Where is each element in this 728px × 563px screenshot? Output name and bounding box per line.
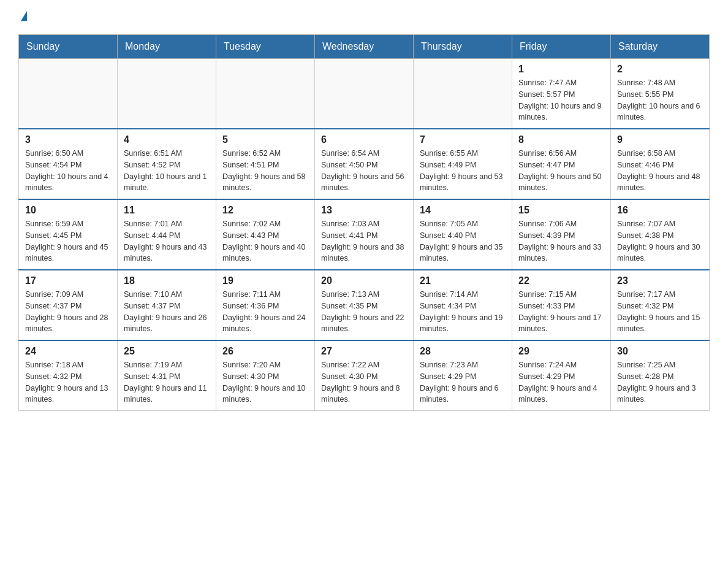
calendar-cell: 5Sunrise: 6:52 AM Sunset: 4:51 PM Daylig… <box>216 129 315 199</box>
calendar: SundayMondayTuesdayWednesdayThursdayFrid… <box>18 34 710 411</box>
day-number: 11 <box>124 205 210 216</box>
header-friday: Friday <box>512 35 611 59</box>
calendar-cell: 29Sunrise: 7:24 AM Sunset: 4:29 PM Dayli… <box>512 340 611 411</box>
calendar-cell <box>19 59 118 129</box>
calendar-cell <box>118 59 216 129</box>
day-number: 5 <box>222 134 308 145</box>
calendar-cell: 21Sunrise: 7:14 AM Sunset: 4:34 PM Dayli… <box>414 270 512 340</box>
logo <box>18 12 27 22</box>
calendar-cell: 16Sunrise: 7:07 AM Sunset: 4:38 PM Dayli… <box>611 199 710 270</box>
day-number: 10 <box>25 205 111 216</box>
day-info: Sunrise: 6:54 AM Sunset: 4:50 PM Dayligh… <box>321 148 407 194</box>
day-number: 2 <box>617 64 703 75</box>
day-number: 3 <box>25 134 111 145</box>
day-info: Sunrise: 7:11 AM Sunset: 4:36 PM Dayligh… <box>222 289 308 335</box>
day-number: 30 <box>617 346 703 357</box>
day-number: 12 <box>222 205 308 216</box>
calendar-week-3: 10Sunrise: 6:59 AM Sunset: 4:45 PM Dayli… <box>19 199 710 270</box>
day-info: Sunrise: 7:01 AM Sunset: 4:44 PM Dayligh… <box>124 218 210 264</box>
calendar-cell <box>216 59 315 129</box>
day-number: 20 <box>321 275 407 286</box>
day-number: 26 <box>222 346 308 357</box>
calendar-week-4: 17Sunrise: 7:09 AM Sunset: 4:37 PM Dayli… <box>19 270 710 340</box>
day-info: Sunrise: 7:25 AM Sunset: 4:28 PM Dayligh… <box>617 359 703 405</box>
day-info: Sunrise: 7:02 AM Sunset: 4:43 PM Dayligh… <box>222 218 308 264</box>
calendar-cell: 27Sunrise: 7:22 AM Sunset: 4:30 PM Dayli… <box>315 340 414 411</box>
day-info: Sunrise: 7:24 AM Sunset: 4:29 PM Dayligh… <box>518 359 604 405</box>
calendar-cell: 12Sunrise: 7:02 AM Sunset: 4:43 PM Dayli… <box>216 199 315 270</box>
calendar-cell: 10Sunrise: 6:59 AM Sunset: 4:45 PM Dayli… <box>19 199 118 270</box>
day-info: Sunrise: 7:09 AM Sunset: 4:37 PM Dayligh… <box>25 289 111 335</box>
day-number: 22 <box>518 275 604 286</box>
calendar-header-row: SundayMondayTuesdayWednesdayThursdayFrid… <box>19 35 710 59</box>
day-info: Sunrise: 7:06 AM Sunset: 4:39 PM Dayligh… <box>518 218 604 264</box>
day-info: Sunrise: 6:55 AM Sunset: 4:49 PM Dayligh… <box>420 148 506 194</box>
calendar-cell: 26Sunrise: 7:20 AM Sunset: 4:30 PM Dayli… <box>216 340 315 411</box>
day-info: Sunrise: 7:03 AM Sunset: 4:41 PM Dayligh… <box>321 218 407 264</box>
day-number: 4 <box>124 134 210 145</box>
day-number: 7 <box>420 134 506 145</box>
day-info: Sunrise: 6:56 AM Sunset: 4:47 PM Dayligh… <box>518 148 604 194</box>
header-thursday: Thursday <box>414 35 512 59</box>
day-info: Sunrise: 7:07 AM Sunset: 4:38 PM Dayligh… <box>617 218 703 264</box>
day-info: Sunrise: 6:58 AM Sunset: 4:46 PM Dayligh… <box>617 148 703 194</box>
header <box>18 12 710 22</box>
day-info: Sunrise: 7:19 AM Sunset: 4:31 PM Dayligh… <box>124 359 210 405</box>
calendar-week-2: 3Sunrise: 6:50 AM Sunset: 4:54 PM Daylig… <box>19 129 710 199</box>
day-info: Sunrise: 7:17 AM Sunset: 4:32 PM Dayligh… <box>617 289 703 335</box>
day-number: 25 <box>124 346 210 357</box>
logo-triangle-icon <box>21 11 27 21</box>
calendar-cell <box>315 59 414 129</box>
day-number: 14 <box>420 205 506 216</box>
day-number: 29 <box>518 346 604 357</box>
calendar-cell: 9Sunrise: 6:58 AM Sunset: 4:46 PM Daylig… <box>611 129 710 199</box>
calendar-cell: 23Sunrise: 7:17 AM Sunset: 4:32 PM Dayli… <box>611 270 710 340</box>
calendar-cell: 8Sunrise: 6:56 AM Sunset: 4:47 PM Daylig… <box>512 129 611 199</box>
header-sunday: Sunday <box>19 35 118 59</box>
calendar-cell: 30Sunrise: 7:25 AM Sunset: 4:28 PM Dayli… <box>611 340 710 411</box>
calendar-cell: 18Sunrise: 7:10 AM Sunset: 4:37 PM Dayli… <box>118 270 216 340</box>
calendar-cell: 11Sunrise: 7:01 AM Sunset: 4:44 PM Dayli… <box>118 199 216 270</box>
header-tuesday: Tuesday <box>216 35 315 59</box>
calendar-cell: 13Sunrise: 7:03 AM Sunset: 4:41 PM Dayli… <box>315 199 414 270</box>
day-number: 9 <box>617 134 703 145</box>
day-info: Sunrise: 7:48 AM Sunset: 5:55 PM Dayligh… <box>617 77 703 123</box>
calendar-cell: 6Sunrise: 6:54 AM Sunset: 4:50 PM Daylig… <box>315 129 414 199</box>
day-number: 23 <box>617 275 703 286</box>
day-number: 27 <box>321 346 407 357</box>
day-number: 21 <box>420 275 506 286</box>
day-info: Sunrise: 7:18 AM Sunset: 4:32 PM Dayligh… <box>25 359 111 405</box>
day-info: Sunrise: 7:20 AM Sunset: 4:30 PM Dayligh… <box>222 359 308 405</box>
day-info: Sunrise: 6:52 AM Sunset: 4:51 PM Dayligh… <box>222 148 308 194</box>
calendar-cell: 1Sunrise: 7:47 AM Sunset: 5:57 PM Daylig… <box>512 59 611 129</box>
calendar-cell: 17Sunrise: 7:09 AM Sunset: 4:37 PM Dayli… <box>19 270 118 340</box>
day-info: Sunrise: 6:59 AM Sunset: 4:45 PM Dayligh… <box>25 218 111 264</box>
calendar-cell <box>414 59 512 129</box>
day-info: Sunrise: 7:14 AM Sunset: 4:34 PM Dayligh… <box>420 289 506 335</box>
day-number: 17 <box>25 275 111 286</box>
day-info: Sunrise: 6:50 AM Sunset: 4:54 PM Dayligh… <box>25 148 111 194</box>
calendar-cell: 7Sunrise: 6:55 AM Sunset: 4:49 PM Daylig… <box>414 129 512 199</box>
calendar-cell: 19Sunrise: 7:11 AM Sunset: 4:36 PM Dayli… <box>216 270 315 340</box>
day-number: 1 <box>518 64 604 75</box>
day-number: 13 <box>321 205 407 216</box>
calendar-cell: 22Sunrise: 7:15 AM Sunset: 4:33 PM Dayli… <box>512 270 611 340</box>
day-info: Sunrise: 7:15 AM Sunset: 4:33 PM Dayligh… <box>518 289 604 335</box>
day-info: Sunrise: 7:10 AM Sunset: 4:37 PM Dayligh… <box>124 289 210 335</box>
day-info: Sunrise: 7:13 AM Sunset: 4:35 PM Dayligh… <box>321 289 407 335</box>
day-info: Sunrise: 7:22 AM Sunset: 4:30 PM Dayligh… <box>321 359 407 405</box>
day-info: Sunrise: 7:05 AM Sunset: 4:40 PM Dayligh… <box>420 218 506 264</box>
calendar-cell: 28Sunrise: 7:23 AM Sunset: 4:29 PM Dayli… <box>414 340 512 411</box>
calendar-cell: 25Sunrise: 7:19 AM Sunset: 4:31 PM Dayli… <box>118 340 216 411</box>
day-number: 18 <box>124 275 210 286</box>
day-info: Sunrise: 7:23 AM Sunset: 4:29 PM Dayligh… <box>420 359 506 405</box>
day-number: 16 <box>617 205 703 216</box>
calendar-cell: 2Sunrise: 7:48 AM Sunset: 5:55 PM Daylig… <box>611 59 710 129</box>
day-number: 6 <box>321 134 407 145</box>
calendar-cell: 24Sunrise: 7:18 AM Sunset: 4:32 PM Dayli… <box>19 340 118 411</box>
calendar-cell: 4Sunrise: 6:51 AM Sunset: 4:52 PM Daylig… <box>118 129 216 199</box>
day-info: Sunrise: 7:47 AM Sunset: 5:57 PM Dayligh… <box>518 77 604 123</box>
header-wednesday: Wednesday <box>315 35 414 59</box>
day-info: Sunrise: 6:51 AM Sunset: 4:52 PM Dayligh… <box>124 148 210 194</box>
day-number: 24 <box>25 346 111 357</box>
